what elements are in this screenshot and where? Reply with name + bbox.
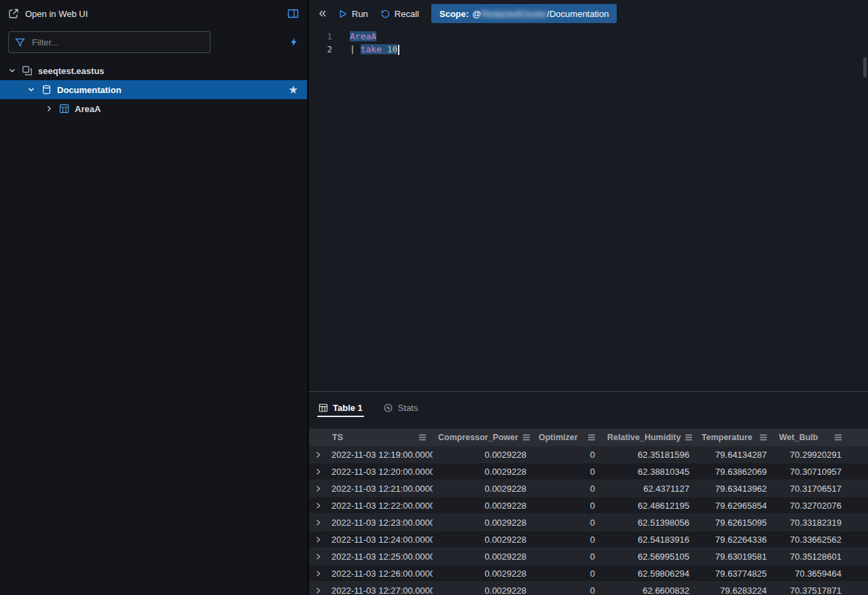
chevron-down-icon[interactable] [26,84,37,95]
grid-cell[interactable]: 70.3659464 [774,569,848,579]
column-header-compressor_power[interactable]: Compressor_Power [433,429,533,446]
grid-cell[interactable]: 70.35128601 [774,552,848,562]
double-chevron-left-icon[interactable] [317,8,328,19]
row-expand-chevron-icon[interactable] [309,570,327,577]
grid-cell[interactable]: 79.6283224 [696,585,774,595]
editor-line[interactable]: 1AreaA [309,30,868,43]
column-menu-icon[interactable] [418,434,427,441]
grid-cell[interactable]: 79.63413962 [696,484,774,494]
grid-cell[interactable]: 0 [533,450,602,460]
grid-cell[interactable]: 79.62615095 [696,518,774,528]
filter-input[interactable] [31,37,204,48]
split-panel-icon[interactable] [287,8,299,19]
grid-cell[interactable]: 62.38810345 [602,467,696,477]
row-expand-chevron-icon[interactable] [309,553,327,560]
grid-cell[interactable]: 2022-11-03 12:23:00.0000 [327,518,433,528]
table-row[interactable]: 2022-11-03 12:20:00.00000.0029228062.388… [309,463,868,480]
tab-stats[interactable]: Stats [382,403,420,422]
grid-cell[interactable]: 2022-11-03 12:25:00.0000 [327,552,433,562]
grid-cell[interactable]: 0 [533,501,602,511]
column-menu-icon[interactable] [587,434,596,441]
recall-button[interactable]: Recall [378,9,422,19]
grid-cell[interactable]: 0.0029228 [433,518,533,528]
grid-cell[interactable]: 0 [533,569,602,579]
row-expand-chevron-icon[interactable] [309,485,327,492]
column-menu-icon[interactable] [685,434,693,441]
row-expand-chevron-icon[interactable] [309,451,327,458]
grid-cell[interactable]: 0.0029228 [433,484,533,494]
scope-chip[interactable]: Scope: @RedactedCluster/Documentation [431,4,617,23]
grid-cell[interactable]: 2022-11-03 12:26:00.0000 [327,569,433,579]
chevron-right-icon[interactable] [43,103,54,114]
table-row[interactable]: 2022-11-03 12:25:00.00000.0029228062.569… [309,548,868,565]
editor-line[interactable]: 2| take 10 [309,43,868,56]
grid-cell[interactable]: 62.54183916 [602,535,696,545]
favorite-star-icon[interactable]: ★ [289,85,297,94]
grid-cell[interactable]: 79.63019581 [696,552,774,562]
grid-cell[interactable]: 2022-11-03 12:19:00.0000 [327,450,433,460]
tree-item-database[interactable]: Documentation ★ [0,80,307,99]
grid-cell[interactable]: 79.62965854 [696,501,774,511]
table-row[interactable]: 2022-11-03 12:19:00.00000.0029228062.351… [309,446,868,463]
chevron-down-icon[interactable] [7,65,18,76]
row-expand-chevron-icon[interactable] [309,502,327,509]
bolt-icon[interactable] [289,37,299,48]
grid-cell[interactable]: 0 [533,467,602,477]
grid-cell[interactable]: 70.32702076 [774,501,848,511]
grid-cell[interactable]: 2022-11-03 12:27:00.0000 [327,585,433,595]
grid-cell[interactable]: 70.30710957 [774,467,848,477]
table-row[interactable]: 2022-11-03 12:21:00.00000.0029228062.437… [309,480,868,497]
grid-cell[interactable]: 70.33662562 [774,535,848,545]
grid-cell[interactable]: 70.37517871 [774,585,848,595]
column-header-ts[interactable]: TS [327,429,433,446]
grid-cell[interactable]: 70.31706517 [774,484,848,494]
grid-cell[interactable]: 70.33182319 [774,518,848,528]
grid-cell[interactable]: 0.0029228 [433,535,533,545]
grid-cell[interactable]: 0.0029228 [433,569,533,579]
run-button[interactable]: Run [335,9,371,19]
grid-cell[interactable]: 2022-11-03 12:20:00.0000 [327,467,433,477]
row-expand-chevron-icon[interactable] [309,519,327,526]
tree-item-cluster[interactable]: seeqtest.eastus [0,61,307,80]
grid-cell[interactable]: 2022-11-03 12:24:00.0000 [327,535,433,545]
column-header-temperature[interactable]: Temperature [696,429,774,446]
tree-item-table[interactable]: AreaA [0,99,307,118]
grid-cell[interactable]: 79.63862069 [696,467,774,477]
grid-cell[interactable]: 0.0029228 [433,585,533,595]
editor-scrollbar-thumb[interactable] [863,57,867,77]
column-menu-icon[interactable] [759,434,767,441]
table-row[interactable]: 2022-11-03 12:24:00.00000.0029228062.541… [309,531,868,548]
grid-cell[interactable]: 2022-11-03 12:21:00.0000 [327,484,433,494]
column-header-optimizer[interactable]: Optimizer [533,429,602,446]
open-in-web-ui-button[interactable]: Open in Web UI [8,8,88,19]
grid-cell[interactable]: 62.6600832 [602,585,696,595]
grid-cell[interactable]: 0.0029228 [433,501,533,511]
tab-table-1[interactable]: Table 1 [317,403,364,422]
grid-cell[interactable]: 0.0029228 [433,467,533,477]
table-row[interactable]: 2022-11-03 12:23:00.00000.0029228062.513… [309,514,868,531]
grid-cell[interactable]: 62.59806294 [602,569,696,579]
grid-cell[interactable]: 62.56995105 [602,552,696,562]
row-expand-chevron-icon[interactable] [309,468,327,475]
grid-cell[interactable]: 62.4371127 [602,484,696,494]
grid-cell[interactable]: 0.0029228 [433,450,533,460]
table-row[interactable]: 2022-11-03 12:22:00.00000.0029228062.486… [309,497,868,514]
column-menu-icon[interactable] [834,434,842,441]
grid-cell[interactable]: 0 [533,585,602,595]
query-editor[interactable]: 1AreaA2| take 10 [309,27,868,391]
grid-cell[interactable]: 0 [533,484,602,494]
table-row[interactable]: 2022-11-03 12:26:00.00000.0029228062.598… [309,565,868,582]
grid-cell[interactable]: 0 [533,535,602,545]
grid-cell[interactable]: 62.51398056 [602,518,696,528]
grid-cell[interactable]: 62.48612195 [602,501,696,511]
grid-cell[interactable]: 79.62264336 [696,535,774,545]
grid-cell[interactable]: 70.29920291 [774,450,848,460]
row-expand-chevron-icon[interactable] [309,536,327,543]
grid-cell[interactable]: 0 [533,552,602,562]
column-header-relative_humidity[interactable]: Relative_Humidity [602,429,696,446]
column-header-wet_bulb[interactable]: Wet_Bulb [774,429,848,446]
filter-input-box[interactable] [8,31,211,53]
grid-cell[interactable]: 79.64134287 [696,450,774,460]
table-row[interactable]: 2022-11-03 12:27:00.00000.0029228062.660… [309,582,868,595]
grid-cell[interactable]: 0 [533,518,602,528]
